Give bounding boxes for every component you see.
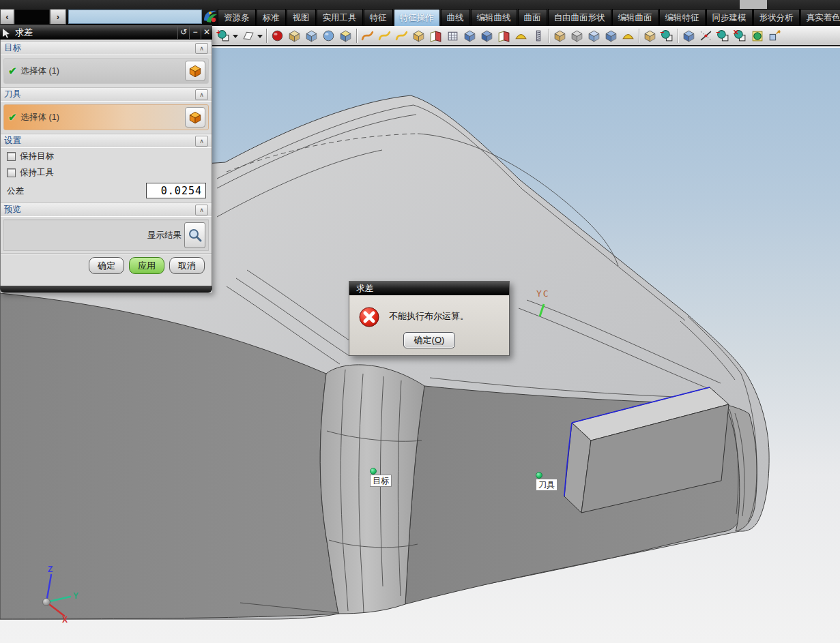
toolbar-icon-row: + − − xyxy=(215,27,783,45)
thread-icon[interactable] xyxy=(530,27,547,44)
tab-实用工具[interactable]: 实用工具 xyxy=(317,9,363,26)
dialog-close-button[interactable]: ✕ xyxy=(201,26,212,39)
dialog-resize-grip[interactable] xyxy=(0,286,212,293)
block-primitive-icon[interactable] xyxy=(286,27,303,44)
pad-icon[interactable] xyxy=(495,27,512,44)
tolerance-row: 公差 xyxy=(1,181,212,201)
cone-primitive-icon[interactable] xyxy=(337,27,354,44)
tab-真实着色[interactable]: 真实着色 xyxy=(800,9,840,26)
sphere-tool-icon[interactable] xyxy=(320,27,337,44)
revolve-icon[interactable] xyxy=(427,27,444,44)
boss-icon[interactable] xyxy=(461,27,478,44)
error-dialog-titlebar[interactable]: 求差 xyxy=(349,282,509,295)
tab-资源条[interactable]: 资源条 xyxy=(218,9,256,26)
scroll-left-button[interactable]: ‹ xyxy=(0,9,14,25)
tab-特征操作[interactable]: 特征操作 xyxy=(394,9,440,26)
tab-标准[interactable]: 标准 xyxy=(257,9,286,26)
tab-自由曲面形状[interactable]: 自由曲面形状 xyxy=(548,9,611,26)
extrude-icon[interactable] xyxy=(410,27,427,44)
scroll-right-button[interactable]: › xyxy=(50,9,66,25)
apply-button[interactable]: 应用 xyxy=(129,257,164,274)
collapse-chevron-icon[interactable]: ∧ xyxy=(195,136,208,147)
subtract-instance-icon[interactable]: − xyxy=(714,27,732,44)
section-header-tool[interactable]: 刀具 ∧ xyxy=(1,87,212,102)
error-dialog[interactable]: 求差 不能执行布尔运算。 确定(O) xyxy=(349,281,510,356)
keep-target-checkbox[interactable] xyxy=(7,152,16,161)
move-object-icon[interactable] xyxy=(766,27,783,44)
collapse-chevron-icon[interactable]: ∧ xyxy=(195,43,208,54)
tab-编辑曲面[interactable]: 编辑曲面 xyxy=(612,9,658,26)
subtract-dialog-titlebar[interactable]: 求差 ↺ − ✕ xyxy=(0,25,212,40)
toolbar-separator xyxy=(676,28,680,44)
dialog-body: 目标 ∧ ✔ 选择体 (1) 刀具 ∧ ✔ xyxy=(0,40,212,286)
tool-select-row[interactable]: ✔ 选择体 (1) xyxy=(3,104,209,130)
datum-dropdown-icon[interactable] xyxy=(232,27,240,44)
pocket-icon[interactable] xyxy=(478,27,495,44)
preview-panel: 显示结果 xyxy=(3,220,209,251)
datum-csys-icon[interactable]: + xyxy=(215,27,232,44)
top-tab-bar: ‹ › 资源条标准视图实用工具特征特征操作曲线编辑曲线曲面自由曲面形状编辑曲面编… xyxy=(0,0,840,26)
section-header-settings[interactable]: 设置 ∧ xyxy=(1,134,212,148)
mirror-feature-icon[interactable] xyxy=(697,27,714,44)
tab-形状分析[interactable]: 形状分析 xyxy=(753,9,800,26)
scale-body-icon[interactable] xyxy=(603,27,620,44)
split-body-icon[interactable] xyxy=(568,27,585,44)
toolbar-separator xyxy=(637,28,641,44)
subtract-dialog[interactable]: 求差 ↺ − ✕ 目标 ∧ ✔ 选择体 (1) xyxy=(0,25,212,293)
variational-sweep-icon[interactable] xyxy=(393,27,410,44)
intersect-icon[interactable] xyxy=(749,27,766,44)
shell-icon[interactable] xyxy=(512,27,530,44)
sketch-plane-icon[interactable] xyxy=(240,27,257,44)
toolbar-separator xyxy=(354,28,359,44)
dialog-reset-button[interactable]: ↺ xyxy=(177,26,189,39)
section-header-preview[interactable]: 预览 ∧ xyxy=(1,203,212,217)
offset-face-icon[interactable] xyxy=(585,27,603,44)
svg-text:✕: ✕ xyxy=(733,29,739,36)
show-result-button[interactable] xyxy=(184,222,205,248)
delete-instance-icon[interactable]: ✕ xyxy=(732,27,749,44)
select-body-button[interactable] xyxy=(185,107,205,128)
keep-target-checkbox-row[interactable]: 保持目标 xyxy=(1,148,212,164)
cancel-button[interactable]: 取消 xyxy=(169,257,205,274)
collapse-chevron-icon[interactable]: ∧ xyxy=(195,89,208,100)
tab-视图[interactable]: 视图 xyxy=(287,9,316,26)
tolerance-input[interactable] xyxy=(146,183,206,198)
dialog-minimize-button[interactable]: − xyxy=(189,26,201,39)
tab-曲面[interactable]: 曲面 xyxy=(518,9,547,26)
pattern-feature-icon[interactable] xyxy=(680,27,697,44)
unite-icon[interactable] xyxy=(641,27,658,44)
section-header-target[interactable]: 目标 ∧ xyxy=(1,41,212,55)
tool-handle-dot[interactable] xyxy=(536,473,542,479)
app-logo-icon[interactable] xyxy=(203,9,218,25)
tab-曲线[interactable]: 曲线 xyxy=(441,9,470,26)
tab-编辑曲线[interactable]: 编辑曲线 xyxy=(471,9,517,26)
sphere-primitive-icon[interactable] xyxy=(269,27,286,44)
subtract-boolean-icon[interactable]: − xyxy=(658,27,676,44)
sketch-dropdown-icon[interactable] xyxy=(257,27,264,44)
toolbar-separator xyxy=(264,28,269,44)
check-icon: ✔ xyxy=(8,111,17,123)
dialog-footer: 确定 应用 取消 xyxy=(1,253,212,278)
target-select-row[interactable]: ✔ 选择体 (1) xyxy=(3,58,209,84)
empty-toolbar-strip xyxy=(68,10,202,24)
cylinder-primitive-icon[interactable] xyxy=(303,27,320,44)
error-icon xyxy=(358,306,380,328)
ok-button[interactable]: 确定 xyxy=(89,257,124,274)
error-ok-button[interactable]: 确定(O) xyxy=(403,332,455,348)
tab-特征[interactable]: 特征 xyxy=(364,9,393,26)
select-body-button[interactable] xyxy=(185,61,205,81)
swept-icon[interactable] xyxy=(359,27,376,44)
keep-tool-checkbox-row[interactable]: 保持工具 xyxy=(1,164,212,181)
axis-y-label: Y xyxy=(73,591,78,601)
yc-axis-label: YC xyxy=(536,288,550,299)
sweep-along-guide-icon[interactable] xyxy=(376,27,393,44)
keep-tool-checkbox[interactable] xyxy=(7,168,16,177)
tab-同步建模[interactable]: 同步建模 xyxy=(706,9,753,26)
collapse-chevron-icon[interactable]: ∧ xyxy=(195,205,208,215)
hole-icon[interactable] xyxy=(444,27,461,44)
trim-body-icon[interactable] xyxy=(551,27,568,44)
tab-编辑特征[interactable]: 编辑特征 xyxy=(659,9,706,26)
sew-icon[interactable] xyxy=(620,27,637,44)
tab-scroll-track xyxy=(14,9,50,25)
target-handle-dot[interactable] xyxy=(371,468,377,475)
